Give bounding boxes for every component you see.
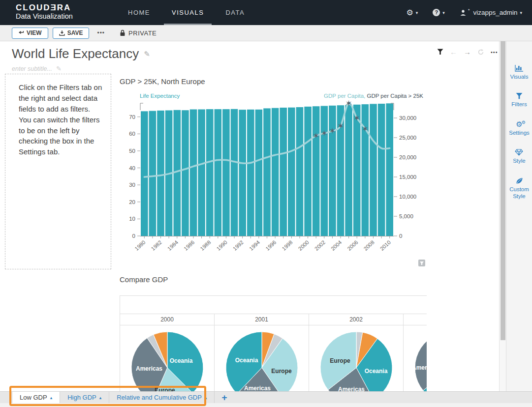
dashboard-title-row: World Life Expectancy ✎ (12, 46, 150, 61)
year-header: 2001 (215, 314, 309, 325)
pie-chart-2003[interactable]: EuropeOceaniaAmericas (409, 326, 427, 391)
sidebar-item-custom-style[interactable]: Custom Style (506, 177, 532, 200)
sidebar-item-style[interactable]: Style (513, 149, 526, 164)
forward-arrow-icon[interactable]: → (464, 48, 471, 56)
tab-high-gdp[interactable]: High GDP ▴ (60, 392, 109, 403)
username: vizapps_admin (473, 9, 517, 16)
year-header: 2000 (120, 314, 215, 325)
user-icon (460, 9, 467, 16)
privacy-toggle[interactable]: PRIVATE (120, 29, 156, 37)
main-nav: HOME VISUALS DATA (128, 0, 245, 25)
svg-text:40: 40 (129, 165, 135, 171)
unsaved-marker: * (468, 8, 470, 13)
vertical-scrollbar[interactable] (499, 41, 506, 391)
table-year-row: 2000 2001 2002 2003 (120, 314, 427, 325)
caret-up-icon[interactable]: ▴ (205, 395, 207, 400)
svg-text:✶: ✶ (362, 124, 369, 134)
svg-text:Americas: Americas (136, 365, 162, 372)
brand-product: Data Visualization (16, 12, 73, 21)
dashboard-controls: ← → ••• (437, 48, 498, 56)
svg-text:✶: ✶ (345, 99, 352, 108)
subtitle-placeholder[interactable]: enter subtitle... (12, 65, 52, 72)
svg-text:2010: 2010 (379, 239, 392, 252)
svg-text:1992: 1992 (232, 239, 245, 252)
refresh-icon[interactable] (477, 49, 484, 56)
table-header-row (120, 296, 427, 314)
svg-text:0: 0 (132, 233, 135, 239)
svg-text:60: 60 (129, 131, 135, 137)
compare-gdp-title: Compare GDP (120, 275, 168, 284)
navbar-right: ⚙ ▾ ? ▾ * vizapps_admin ▾ (406, 0, 522, 25)
svg-text:1990: 1990 (216, 239, 228, 252)
svg-text:1984: 1984 (166, 239, 179, 252)
caret-up-icon[interactable]: ▴ (99, 395, 102, 400)
svg-text:✶: ✶ (353, 114, 360, 123)
svg-text:Oceania: Oceania (170, 357, 193, 364)
add-sheet-button[interactable]: + (221, 392, 227, 403)
nav-data[interactable]: DATA (225, 0, 245, 25)
svg-text:70: 70 (129, 114, 135, 120)
svg-text:1994: 1994 (248, 239, 261, 252)
brand-name: CLOUDƎRA (16, 3, 73, 12)
tab-low-gdp[interactable]: Low GDP ▴ (12, 392, 60, 403)
back-arrow-icon[interactable]: ← (450, 48, 457, 56)
filter-icon (516, 93, 523, 99)
chevron-down-icon: ▾ (416, 10, 418, 15)
pie-chart-2000[interactable]: OceaniaEuropeAmericas (125, 326, 209, 391)
svg-text:20: 20 (129, 199, 135, 205)
svg-text:0: 0 (399, 233, 402, 239)
svg-text:20,000: 20,000 (399, 154, 416, 160)
year-header: 2003 (404, 314, 427, 325)
back-arrow-icon (18, 30, 24, 35)
svg-text:Europe: Europe (271, 368, 292, 375)
sidebar-item-visuals[interactable]: Visuals (510, 65, 529, 80)
svg-text:2002: 2002 (313, 239, 326, 252)
chevron-down-icon: ▾ (442, 10, 445, 15)
svg-text:Europe: Europe (330, 357, 350, 364)
more-actions-button[interactable]: ••• (97, 29, 105, 36)
svg-text:✶: ✶ (313, 131, 319, 141)
scrollbar-thumb[interactable] (501, 41, 505, 340)
save-button[interactable]: SAVE (53, 28, 90, 39)
gears-icon: ⚙⚙ (516, 121, 522, 128)
svg-text:10: 10 (129, 216, 135, 222)
pie-chart-2002[interactable]: OceaniaAmericasEurope (314, 326, 398, 391)
svg-text:1996: 1996 (264, 239, 277, 252)
cloudera-logo[interactable]: CLOUDƎRA Data Visualization (16, 3, 73, 21)
sidebar-item-filters[interactable]: Filters (511, 93, 527, 108)
pie-chart-2001[interactable]: EuropeAmericasOceania (220, 326, 304, 391)
combo-chart[interactable]: 01020304050607005,00010,00015,00020,0002… (120, 98, 427, 268)
edit-title-icon[interactable]: ✎ (144, 50, 150, 58)
tab-relative-cumulative-gdp[interactable]: Relative and Cumulative GDP ▴ (109, 392, 215, 403)
sheet-tabbar: Low GDP ▴ High GDP ▴ Relative and Cumula… (0, 391, 532, 407)
sidebar-item-settings[interactable]: ⚙⚙ Settings (509, 121, 530, 136)
svg-text:Oceania: Oceania (365, 368, 388, 375)
more-options-button[interactable]: ••• (491, 49, 498, 55)
column-divider (403, 325, 404, 391)
chevron-down-icon: ▾ (520, 10, 522, 15)
subtitle-row: enter subtitle... ✎ (12, 65, 62, 72)
filter-icon[interactable] (437, 49, 443, 55)
svg-text:10,000: 10,000 (399, 194, 416, 200)
filter-watermark-icon (418, 260, 425, 266)
caret-up-icon[interactable]: ▴ (50, 395, 53, 400)
edit-subtitle-icon[interactable]: ✎ (56, 65, 62, 72)
svg-text:Oceania: Oceania (235, 357, 258, 364)
svg-text:1980: 1980 (133, 239, 146, 252)
user-menu[interactable]: * vizapps_admin ▾ (460, 9, 522, 16)
note-line: Click on the Filters tab on the right an… (19, 82, 104, 115)
svg-text:1988: 1988 (199, 239, 212, 252)
top-navbar: CLOUDƎRA Data Visualization HOME VISUALS… (0, 0, 532, 25)
leaf-icon (515, 177, 523, 184)
nav-home[interactable]: HOME (128, 0, 150, 25)
column-divider (309, 325, 309, 391)
svg-text:Americas: Americas (412, 364, 427, 371)
svg-text:1986: 1986 (183, 239, 195, 252)
view-button[interactable]: VIEW (12, 28, 48, 39)
help-menu[interactable]: ? ▾ (433, 9, 445, 16)
settings-menu[interactable]: ⚙ ▾ (406, 9, 418, 17)
lock-icon (120, 29, 125, 36)
gear-icon: ⚙ (406, 9, 413, 17)
pie-chart-row: OceaniaEuropeAmericasEuropeAmericasOcean… (120, 325, 427, 391)
nav-visuals[interactable]: VISUALS (172, 0, 204, 25)
